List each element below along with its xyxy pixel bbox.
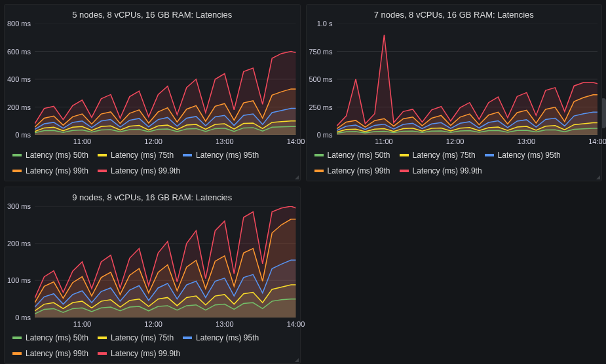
x-axis: 11:0012:0013:0014:00 — [35, 135, 296, 145]
legend-swatch — [98, 170, 107, 172]
x-tick-label: 14:00 — [588, 137, 606, 145]
x-tick-label: 14:00 — [287, 137, 305, 145]
y-tick-label: 250 ms — [307, 103, 333, 111]
y-tick-label: 200 ms — [5, 103, 31, 111]
x-tick-label: 14:00 — [287, 320, 305, 328]
legend-item-p75[interactable]: Latency (ms) 75th — [400, 151, 476, 160]
legend-label: Latency (ms) 99.9th — [413, 166, 482, 175]
legend-label: Latency (ms) 50th — [26, 151, 88, 160]
legend-item-p75[interactable]: Latency (ms) 75th — [98, 151, 174, 160]
legend-item-p50[interactable]: Latency (ms) 50th — [12, 151, 88, 160]
chart-area[interactable]: 0 ms100 ms200 ms300 ms — [5, 206, 300, 318]
legend-item-p99[interactable]: Latency (ms) 99th — [314, 166, 390, 175]
legend-label: Latency (ms) 95th — [498, 151, 561, 160]
legend-swatch — [12, 154, 22, 156]
legend-label: Latency (ms) 95th — [196, 151, 259, 160]
x-tick-label: 12:00 — [446, 137, 464, 145]
legend-item-p999[interactable]: Latency (ms) 99.9th — [400, 166, 482, 175]
resize-handle-icon[interactable] — [295, 358, 299, 362]
legend-swatch — [12, 352, 22, 355]
panel-title: 7 nodes, 8 vCPUs, 16 GB RAM: Latencies — [307, 10, 602, 20]
x-tick-label: 11:00 — [73, 137, 92, 145]
legend-swatch — [400, 170, 409, 172]
x-tick-label: 13:00 — [216, 137, 234, 145]
x-tick-label: 12:00 — [144, 320, 162, 328]
y-tick-label: 300 ms — [5, 202, 31, 210]
legend-item-p50[interactable]: Latency (ms) 50th — [314, 151, 390, 160]
legend-swatch — [183, 337, 192, 339]
panel-p9: 9 nodes, 8 vCPUs, 16 GB RAM: Latencies0 … — [4, 187, 301, 364]
legend-swatch — [12, 170, 22, 172]
legend-item-p50[interactable]: Latency (ms) 50th — [12, 333, 88, 342]
legend-swatch — [314, 170, 324, 172]
x-tick-label: 13:00 — [216, 320, 234, 328]
legend-item-p999[interactable]: Latency (ms) 99.9th — [98, 349, 180, 358]
x-tick-label: 11:00 — [73, 320, 92, 328]
legend-swatch — [400, 154, 409, 156]
resize-handle-icon[interactable] — [295, 175, 299, 179]
panel-p5: 5 nodes, 8 vCPUs, 16 GB RAM: Latencies0 … — [4, 4, 301, 181]
y-tick-label: 400 ms — [5, 75, 31, 83]
legend-swatch — [183, 154, 192, 156]
legend-label: Latency (ms) 99th — [328, 166, 390, 175]
x-tick-label: 11:00 — [375, 137, 393, 145]
x-axis: 11:0012:0013:0014:00 — [35, 318, 296, 328]
chart-area[interactable]: 0 ms250 ms500 ms750 ms1.0 s — [307, 24, 602, 135]
panel-title: 9 nodes, 8 vCPUs, 16 GB RAM: Latencies — [5, 192, 300, 202]
panel-p7: 7 nodes, 8 vCPUs, 16 GB RAM: Latencies0 … — [306, 4, 603, 181]
x-axis: 11:0012:0013:0014:00 — [337, 135, 598, 145]
y-tick-label: 500 ms — [307, 75, 333, 83]
legend-item-p99[interactable]: Latency (ms) 99th — [12, 349, 88, 358]
legend-label: Latency (ms) 75th — [111, 151, 174, 160]
legend: Latency (ms) 50thLatency (ms) 75thLatenc… — [5, 145, 300, 179]
y-tick-label: 0 ms — [307, 131, 333, 139]
y-tick-label: 1.0 s — [307, 20, 333, 27]
y-tick-label: 0 ms — [5, 314, 31, 321]
legend-swatch — [98, 337, 107, 339]
y-tick-label: 800 ms — [5, 20, 31, 27]
panel-title: 5 nodes, 8 vCPUs, 16 GB RAM: Latencies — [5, 10, 300, 20]
legend-swatch — [12, 337, 22, 339]
resize-handle-icon[interactable] — [596, 175, 600, 179]
legend-label: Latency (ms) 50th — [26, 333, 88, 342]
dashboard: 5 nodes, 8 vCPUs, 16 GB RAM: Latencies0 … — [0, 0, 606, 364]
legend-item-p95[interactable]: Latency (ms) 95th — [485, 151, 561, 160]
legend-item-p95[interactable]: Latency (ms) 95th — [183, 333, 259, 342]
legend-item-p95[interactable]: Latency (ms) 95th — [183, 151, 259, 160]
legend-label: Latency (ms) 99th — [26, 349, 88, 358]
legend: Latency (ms) 50thLatency (ms) 75thLatenc… — [307, 145, 602, 179]
y-tick-label: 600 ms — [5, 48, 31, 56]
legend-label: Latency (ms) 99th — [26, 166, 88, 175]
legend-swatch — [314, 154, 324, 156]
legend-label: Latency (ms) 95th — [196, 333, 259, 342]
chart-area[interactable]: 0 ms200 ms400 ms600 ms800 ms — [5, 24, 300, 135]
legend-swatch — [98, 352, 107, 355]
legend-label: Latency (ms) 75th — [413, 151, 476, 160]
legend-item-p75[interactable]: Latency (ms) 75th — [98, 333, 174, 342]
legend-label: Latency (ms) 99.9th — [111, 349, 180, 358]
legend-item-p99[interactable]: Latency (ms) 99th — [12, 166, 88, 175]
y-tick-label: 0 ms — [5, 131, 31, 139]
legend-label: Latency (ms) 50th — [328, 151, 390, 160]
legend-swatch — [485, 154, 494, 156]
x-tick-label: 13:00 — [518, 137, 536, 145]
y-tick-label: 750 ms — [307, 48, 333, 56]
x-tick-label: 12:00 — [144, 137, 162, 145]
y-tick-label: 100 ms — [5, 276, 31, 284]
legend-label: Latency (ms) 75th — [111, 333, 174, 342]
legend-label: Latency (ms) 99.9th — [111, 166, 180, 175]
y-tick-label: 200 ms — [5, 240, 31, 247]
legend: Latency (ms) 50thLatency (ms) 75thLatenc… — [5, 328, 300, 362]
legend-item-p999[interactable]: Latency (ms) 99.9th — [98, 166, 180, 175]
legend-swatch — [98, 154, 107, 156]
